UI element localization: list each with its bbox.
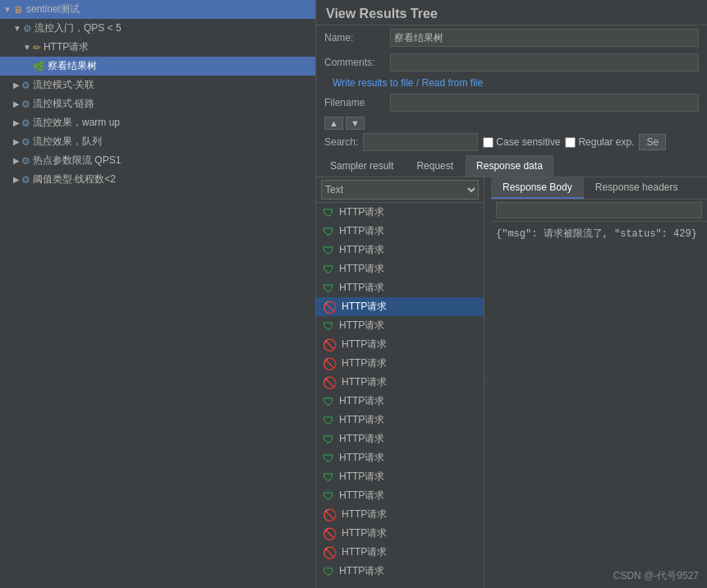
search-input[interactable] <box>363 133 478 151</box>
tree-item-http[interactable]: ▼ ✏ HTTP请求 <box>0 38 315 57</box>
result-item-label: HTTP请求 <box>342 300 387 314</box>
detail-panel: Response Body Response headers {"msg": 请… <box>491 177 707 588</box>
expand-arrow-chain[interactable]: ▶ <box>13 99 20 108</box>
tree-label-root: sentinel测试 <box>26 2 80 16</box>
comments-input[interactable] <box>390 53 699 71</box>
result-item[interactable]: 🛡HTTP请求 <box>316 467 484 486</box>
result-item[interactable]: 🛡HTTP请求 <box>316 430 484 448</box>
result-item[interactable]: 🛡HTTP请求 <box>316 241 484 260</box>
tree-item-hotspot[interactable]: ▶ ⚙ 热点参数限流 QPS1 <box>0 151 315 170</box>
result-item[interactable]: 🚫HTTP请求 <box>316 505 484 524</box>
tree-item-flow-queue[interactable]: ▶ ⚙ 流控效果，队列 <box>0 132 315 151</box>
result-item[interactable]: 🛡HTTP请求 <box>316 222 484 241</box>
tabs-section: Sampler result Request Response data Tex… <box>316 153 707 588</box>
tab-response-body[interactable]: Response Body <box>491 177 584 199</box>
detail-filter-row <box>491 200 707 222</box>
top-tabs: Sampler result Request Response data <box>316 153 707 177</box>
expand-arrow-hotspot[interactable]: ▶ <box>13 156 20 165</box>
tab-response-headers[interactable]: Response headers <box>584 177 690 199</box>
result-item[interactable]: 🛡HTTP请求 <box>316 562 484 581</box>
ok-icon: 🛡 <box>323 452 334 465</box>
vrt-title: View Results Tree <box>316 0 707 25</box>
right-panel: View Results Tree Name: document.current… <box>316 0 707 588</box>
result-item[interactable]: 🛡HTTP请求 <box>316 448 484 467</box>
detail-content: {"msg": 请求被限流了, "status": 429} <box>491 222 707 588</box>
ok-icon: 🛡 <box>323 206 334 219</box>
expand-arrow-warmup[interactable]: ▶ <box>13 118 20 127</box>
tree-item-flow-control[interactable]: ▼ ⚙ 流控入门，QPS < 5 <box>0 19 315 38</box>
gear-icon-threshold: ⚙ <box>21 174 30 186</box>
result-item[interactable]: 🚫HTTP请求 <box>316 524 484 543</box>
expand-arrow-queue[interactable]: ▶ <box>13 137 20 146</box>
expand-arrow-http[interactable]: ▼ <box>23 43 31 52</box>
case-sensitive-checkbox[interactable] <box>483 137 494 148</box>
result-item[interactable]: 🛡HTTP请求 <box>316 392 484 411</box>
error-icon: 🚫 <box>323 338 337 351</box>
ok-icon: 🛡 <box>323 471 334 484</box>
tree-label-flow-control: 流控入门，QPS < 5 <box>34 21 122 35</box>
error-icon: 🚫 <box>323 301 337 314</box>
gear-icon-warmup: ⚙ <box>21 117 30 129</box>
result-item[interactable]: 🛡HTTP请求 <box>316 203 484 222</box>
result-item[interactable]: 🚫HTTP请求 <box>316 335 484 354</box>
result-item-label: HTTP请求 <box>342 545 387 559</box>
search-button[interactable]: Se <box>639 134 666 150</box>
write-results-link[interactable]: Write results to file / Read from file <box>324 76 491 90</box>
result-item[interactable]: 🚫HTTP请求 <box>316 543 484 562</box>
tree-label-flow-queue: 流控效果，队列 <box>33 135 102 149</box>
result-item-label: HTTP请求 <box>342 375 387 389</box>
tree-item-root[interactable]: ▼ 🖥 sentinel测试 <box>0 0 315 19</box>
error-icon: 🚫 <box>323 546 337 559</box>
expand-arrow-flow[interactable]: ▼ <box>13 24 21 33</box>
result-item[interactable]: 🛡HTTP请求 <box>316 278 484 297</box>
detail-filter-input[interactable] <box>496 202 702 218</box>
result-item[interactable]: 🛡HTTP请求 <box>316 411 484 430</box>
result-item[interactable]: 🚫HTTP请求 <box>316 354 484 373</box>
result-item[interactable]: 🚫HTTP请求 <box>316 297 484 316</box>
arrow-row: ▲ ▼ <box>316 115 707 131</box>
tree-item-flow-mode-link[interactable]: ▶ ⚙ 流控模式·关联 <box>0 76 315 94</box>
expand-arrow-threshold[interactable]: ▶ <box>13 175 20 184</box>
regular-exp-checkbox[interactable] <box>565 137 576 148</box>
folder-icon: 🖥 <box>13 4 23 16</box>
result-item-label: HTTP请求 <box>339 451 384 465</box>
tree-item-view-results[interactable]: 🌿 察看结果树 <box>0 57 315 76</box>
result-item[interactable]: 🛡HTTP请求 <box>316 316 484 335</box>
tab-sampler-result[interactable]: Sampler result <box>319 155 404 177</box>
gear-icon-chain: ⚙ <box>21 99 30 110</box>
expand-arrow-link[interactable]: ▶ <box>13 80 20 90</box>
tab-response-data[interactable]: Response data <box>466 155 553 177</box>
comments-row: Comments: <box>316 50 707 75</box>
tree-item-flow-warmup[interactable]: ▶ ⚙ 流控效果，warm up <box>0 113 315 132</box>
tree-label-threshold: 阈值类型·线程数<2 <box>33 172 116 186</box>
result-item[interactable]: 🛡HTTP请求 <box>316 260 484 278</box>
text-format-select[interactable]: Text <box>321 180 479 200</box>
result-item-label: HTTP请求 <box>339 432 384 446</box>
pencil-icon-http: ✏ <box>33 42 41 53</box>
filename-row: Filename <box>316 90 707 115</box>
name-input[interactable] <box>390 29 699 47</box>
node-icon-view: 🌿 <box>33 61 45 72</box>
result-item-label: HTTP请求 <box>342 508 387 521</box>
result-item-label: HTTP请求 <box>342 338 387 351</box>
drag-handle[interactable]: ⋮ <box>484 177 491 588</box>
tree-label-flow-warmup: 流控效果，warm up <box>33 116 120 130</box>
result-item[interactable]: 🚫HTTP请求 <box>316 373 484 392</box>
up-arrow-btn[interactable]: ▲ <box>324 117 343 130</box>
result-item[interactable]: 🛡HTTP请求 <box>316 486 484 505</box>
result-item-label: HTTP请求 <box>339 564 384 578</box>
down-arrow-btn[interactable]: ▼ <box>346 117 365 130</box>
tab-request[interactable]: Request <box>406 155 464 177</box>
tree-item-flow-mode-chain[interactable]: ▶ ⚙ 流控模式·链路 <box>0 94 315 113</box>
expand-arrow-root[interactable]: ▼ <box>3 5 11 14</box>
tree-label-flow-mode-link: 流控模式·关联 <box>33 78 94 92</box>
tabs-content: Text 🛡HTTP请求🛡HTTP请求🛡HTTP请求🛡HTTP请求🛡HTTP请求… <box>316 177 707 588</box>
filename-input[interactable] <box>390 94 699 112</box>
sub-tabs: Response Body Response headers <box>491 177 707 200</box>
result-item-label: HTTP请求 <box>339 413 384 427</box>
tree-item-threshold[interactable]: ▶ ⚙ 阈值类型·线程数<2 <box>0 170 315 189</box>
ok-icon: 🛡 <box>323 395 334 408</box>
result-item-label: HTTP请求 <box>339 394 384 408</box>
name-label: Name: <box>324 32 390 44</box>
ok-icon: 🛡 <box>323 433 334 446</box>
